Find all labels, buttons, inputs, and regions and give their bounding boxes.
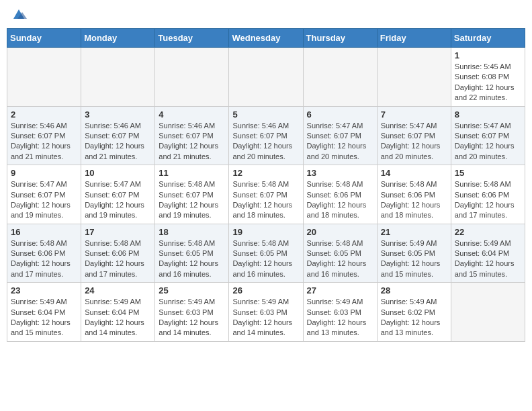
- day-number: 10: [85, 168, 151, 178]
- day-number: 6: [307, 109, 373, 120]
- calendar-table: SundayMondayTuesdayWednesdayThursdayFrid…: [7, 28, 525, 342]
- day-info: Sunrise: 5:47 AM Sunset: 6:07 PM Dayligh…: [307, 121, 373, 163]
- weekday-header-wednesday: Wednesday: [229, 29, 303, 48]
- day-info: Sunrise: 5:47 AM Sunset: 6:07 PM Dayligh…: [85, 179, 151, 221]
- calendar-cell: 24Sunrise: 5:49 AM Sunset: 6:04 PM Dayli…: [81, 283, 155, 342]
- day-info: Sunrise: 5:49 AM Sunset: 6:03 PM Dayligh…: [232, 297, 299, 338]
- calendar-cell: 25Sunrise: 5:49 AM Sunset: 6:03 PM Dayli…: [155, 283, 229, 342]
- day-number: 5: [232, 109, 299, 120]
- day-number: 20: [307, 227, 373, 237]
- day-number: 12: [232, 168, 299, 178]
- day-number: 25: [159, 285, 225, 295]
- calendar-cell: 17Sunrise: 5:48 AM Sunset: 6:06 PM Dayli…: [81, 224, 155, 283]
- day-info: Sunrise: 5:47 AM Sunset: 6:07 PM Dayligh…: [381, 121, 447, 163]
- calendar-cell: [229, 48, 303, 107]
- day-info: Sunrise: 5:46 AM Sunset: 6:07 PM Dayligh…: [11, 121, 77, 163]
- weekday-header-monday: Monday: [81, 29, 155, 48]
- calendar-week-4: 16Sunrise: 5:48 AM Sunset: 6:06 PM Dayli…: [7, 224, 525, 283]
- day-info: Sunrise: 5:49 AM Sunset: 6:04 PM Dayligh…: [85, 297, 151, 338]
- calendar-cell: [7, 48, 81, 107]
- day-info: Sunrise: 5:46 AM Sunset: 6:07 PM Dayligh…: [232, 121, 299, 163]
- day-number: 7: [381, 109, 447, 120]
- day-info: Sunrise: 5:45 AM Sunset: 6:08 PM Dayligh…: [455, 62, 521, 103]
- day-number: 2: [11, 109, 77, 120]
- day-info: Sunrise: 5:47 AM Sunset: 6:07 PM Dayligh…: [455, 121, 521, 163]
- calendar-week-2: 2Sunrise: 5:46 AM Sunset: 6:07 PM Daylig…: [7, 106, 525, 165]
- day-info: Sunrise: 5:46 AM Sunset: 6:07 PM Dayligh…: [159, 121, 225, 163]
- day-number: 9: [11, 168, 77, 178]
- day-info: Sunrise: 5:48 AM Sunset: 6:05 PM Dayligh…: [159, 238, 225, 280]
- day-info: Sunrise: 5:49 AM Sunset: 6:03 PM Dayligh…: [307, 297, 373, 338]
- weekday-header-sunday: Sunday: [7, 29, 81, 48]
- calendar-cell: 8Sunrise: 5:47 AM Sunset: 6:07 PM Daylig…: [451, 106, 525, 165]
- calendar-cell: [81, 48, 155, 107]
- day-number: 13: [307, 168, 373, 178]
- day-number: 28: [381, 285, 447, 295]
- day-number: 4: [159, 109, 225, 120]
- calendar-cell: 12Sunrise: 5:48 AM Sunset: 6:07 PM Dayli…: [229, 165, 303, 224]
- calendar-cell: 7Sunrise: 5:47 AM Sunset: 6:07 PM Daylig…: [377, 106, 451, 165]
- day-info: Sunrise: 5:49 AM Sunset: 6:04 PM Dayligh…: [11, 297, 77, 338]
- day-info: Sunrise: 5:46 AM Sunset: 6:07 PM Dayligh…: [85, 121, 151, 163]
- day-number: 15: [455, 168, 521, 178]
- calendar-cell: 9Sunrise: 5:47 AM Sunset: 6:07 PM Daylig…: [7, 165, 81, 224]
- day-number: 24: [85, 285, 151, 295]
- logo: [9, 7, 27, 23]
- calendar-week-3: 9Sunrise: 5:47 AM Sunset: 6:07 PM Daylig…: [7, 165, 525, 224]
- calendar-cell: 2Sunrise: 5:46 AM Sunset: 6:07 PM Daylig…: [7, 106, 81, 165]
- calendar-cell: 21Sunrise: 5:49 AM Sunset: 6:05 PM Dayli…: [377, 224, 451, 283]
- day-info: Sunrise: 5:48 AM Sunset: 6:06 PM Dayligh…: [307, 179, 373, 221]
- day-number: 21: [381, 227, 447, 237]
- day-number: 16: [11, 227, 77, 237]
- day-info: Sunrise: 5:49 AM Sunset: 6:04 PM Dayligh…: [455, 238, 521, 280]
- calendar-cell: [451, 283, 525, 342]
- calendar-cell: 15Sunrise: 5:48 AM Sunset: 6:06 PM Dayli…: [451, 165, 525, 224]
- calendar-cell: 11Sunrise: 5:48 AM Sunset: 6:07 PM Dayli…: [155, 165, 229, 224]
- calendar-cell: 5Sunrise: 5:46 AM Sunset: 6:07 PM Daylig…: [229, 106, 303, 165]
- day-info: Sunrise: 5:48 AM Sunset: 6:05 PM Dayligh…: [307, 238, 373, 280]
- calendar-cell: 28Sunrise: 5:49 AM Sunset: 6:02 PM Dayli…: [377, 283, 451, 342]
- weekday-header-tuesday: Tuesday: [155, 29, 229, 48]
- calendar-cell: 20Sunrise: 5:48 AM Sunset: 6:05 PM Dayli…: [303, 224, 377, 283]
- day-number: 11: [159, 168, 225, 178]
- calendar-cell: [303, 48, 377, 107]
- day-number: 19: [232, 227, 299, 237]
- day-info: Sunrise: 5:48 AM Sunset: 6:06 PM Dayligh…: [455, 179, 521, 221]
- day-number: 1: [455, 50, 521, 60]
- calendar-cell: 19Sunrise: 5:48 AM Sunset: 6:05 PM Dayli…: [229, 224, 303, 283]
- calendar-header: SundayMondayTuesdayWednesdayThursdayFrid…: [7, 29, 525, 48]
- page-header: [7, 7, 525, 23]
- calendar-week-5: 23Sunrise: 5:49 AM Sunset: 6:04 PM Dayli…: [7, 283, 525, 342]
- day-number: 8: [455, 109, 521, 120]
- calendar-cell: 14Sunrise: 5:48 AM Sunset: 6:06 PM Dayli…: [377, 165, 451, 224]
- weekday-header-thursday: Thursday: [303, 29, 377, 48]
- calendar-cell: 1Sunrise: 5:45 AM Sunset: 6:08 PM Daylig…: [451, 48, 525, 107]
- calendar-cell: 4Sunrise: 5:46 AM Sunset: 6:07 PM Daylig…: [155, 106, 229, 165]
- day-info: Sunrise: 5:47 AM Sunset: 6:07 PM Dayligh…: [11, 179, 77, 221]
- calendar-cell: [377, 48, 451, 107]
- day-info: Sunrise: 5:48 AM Sunset: 6:07 PM Dayligh…: [232, 179, 299, 221]
- day-number: 22: [455, 227, 521, 237]
- logo-icon: [11, 7, 27, 23]
- day-number: 18: [159, 227, 225, 237]
- day-number: 3: [85, 109, 151, 120]
- day-info: Sunrise: 5:48 AM Sunset: 6:06 PM Dayligh…: [85, 238, 151, 280]
- day-number: 23: [11, 285, 77, 295]
- calendar-cell: 27Sunrise: 5:49 AM Sunset: 6:03 PM Dayli…: [303, 283, 377, 342]
- calendar-cell: 26Sunrise: 5:49 AM Sunset: 6:03 PM Dayli…: [229, 283, 303, 342]
- calendar-cell: 22Sunrise: 5:49 AM Sunset: 6:04 PM Dayli…: [451, 224, 525, 283]
- day-info: Sunrise: 5:49 AM Sunset: 6:02 PM Dayligh…: [381, 297, 447, 338]
- calendar-cell: 6Sunrise: 5:47 AM Sunset: 6:07 PM Daylig…: [303, 106, 377, 165]
- calendar-cell: 13Sunrise: 5:48 AM Sunset: 6:06 PM Dayli…: [303, 165, 377, 224]
- calendar-cell: 10Sunrise: 5:47 AM Sunset: 6:07 PM Dayli…: [81, 165, 155, 224]
- calendar-cell: 18Sunrise: 5:48 AM Sunset: 6:05 PM Dayli…: [155, 224, 229, 283]
- day-info: Sunrise: 5:48 AM Sunset: 6:07 PM Dayligh…: [159, 179, 225, 221]
- day-number: 27: [307, 285, 373, 295]
- calendar-cell: [155, 48, 229, 107]
- day-info: Sunrise: 5:49 AM Sunset: 6:03 PM Dayligh…: [159, 297, 225, 338]
- calendar-cell: 23Sunrise: 5:49 AM Sunset: 6:04 PM Dayli…: [7, 283, 81, 342]
- calendar-week-1: 1Sunrise: 5:45 AM Sunset: 6:08 PM Daylig…: [7, 48, 525, 107]
- day-number: 14: [381, 168, 447, 178]
- weekday-header-saturday: Saturday: [451, 29, 525, 48]
- day-number: 26: [232, 285, 299, 295]
